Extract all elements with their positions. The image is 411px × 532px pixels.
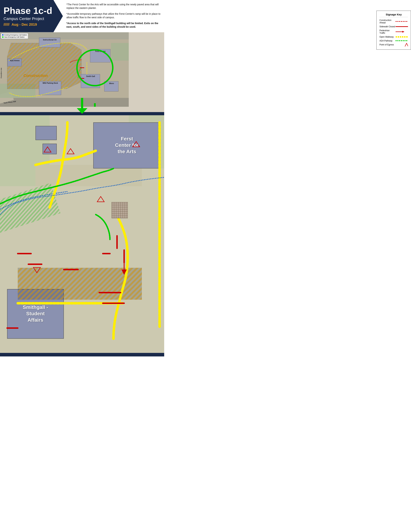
- legend-new: New Emergency Call Station: [2, 36, 27, 38]
- blue-dot-icon: [2, 34, 4, 36]
- phase-title: Phase 1c-d: [4, 6, 52, 16]
- building-smithgall-label: Smith Gall: [82, 75, 100, 77]
- road-label-founders: Founders Ave: [0, 68, 2, 78]
- building-smithgall: Smith Gall: [81, 74, 100, 88]
- legend-existing: Existing Emergency Call Station: [2, 34, 27, 36]
- construction-label: Construction: [23, 73, 48, 78]
- paver-area: [112, 202, 128, 218]
- building-ferst-label: Ferst Center: [91, 50, 110, 52]
- header-section: Phase 1c-d Campus Center Project ////// …: [0, 0, 164, 32]
- arrow-transition: [0, 107, 164, 112]
- building-wenn-label: Wenn: [105, 83, 118, 85]
- building-parking-label: W02 Parking Deck: [40, 82, 61, 84]
- green-area-right: [111, 43, 129, 61]
- legend-existing-label: Existing Emergency Call Station: [4, 34, 27, 36]
- detail-map: FerstCenter forthe Arts Smithgall -Stude…: [0, 115, 164, 353]
- big-green-arrow: [77, 98, 87, 114]
- campus-subtitle: Campus Center Project: [4, 17, 52, 21]
- building-parking: W02 Parking Deck: [39, 81, 61, 95]
- header-left: Phase 1c-d Campus Center Project ////// …: [0, 0, 63, 32]
- note2: *Accessible temporary pathways that util…: [66, 12, 161, 19]
- legend-new-label: New Emergency Call Station: [4, 36, 25, 38]
- bottom-bar: [0, 353, 164, 356]
- building-wenn: Wenn: [104, 81, 118, 92]
- green-dot-icon: [2, 36, 4, 38]
- note3: *Access to the north side of the Smithga…: [66, 22, 161, 28]
- ferst-center-label: FerstCenter forthe Arts: [115, 136, 139, 155]
- smithgall-label: Smithgall -Student Affairs: [21, 304, 49, 323]
- note1: *The Ferst Center for the Arts will be a…: [66, 3, 161, 10]
- detail-construction-zone: [18, 268, 142, 300]
- small-building-mid: [43, 144, 57, 154]
- building-isye-label: ISyE Annex: [8, 60, 21, 62]
- building-instructional: Instructional Ctr: [39, 38, 60, 47]
- header-notes: *The Ferst Center for the Arts will be a…: [63, 0, 164, 32]
- note3-text: *Access to the north side of the Smithga…: [66, 22, 158, 28]
- small-building-top: [36, 126, 57, 140]
- ferst-center-building: FerstCenter forthe Arts: [93, 122, 161, 169]
- building-ferst: Ferst Center: [90, 49, 111, 62]
- building-instructional-label: Instructional Ctr: [40, 39, 60, 41]
- map-mini-legend: Existing Emergency Call Station New Emer…: [1, 33, 28, 39]
- svg-marker-9: [77, 108, 87, 114]
- map-section: Construction Instructional Ctr ISyE Anne…: [0, 32, 164, 107]
- date-range: Aug - Dec 2019: [11, 22, 37, 26]
- date-line: ////// Aug - Dec 2019: [4, 22, 52, 27]
- building-isye: ISyE Annex: [8, 58, 22, 66]
- date-slash: //////: [4, 22, 9, 26]
- bottom-road: [0, 98, 129, 107]
- campus-map: Construction Instructional Ctr ISyE Anne…: [0, 32, 129, 107]
